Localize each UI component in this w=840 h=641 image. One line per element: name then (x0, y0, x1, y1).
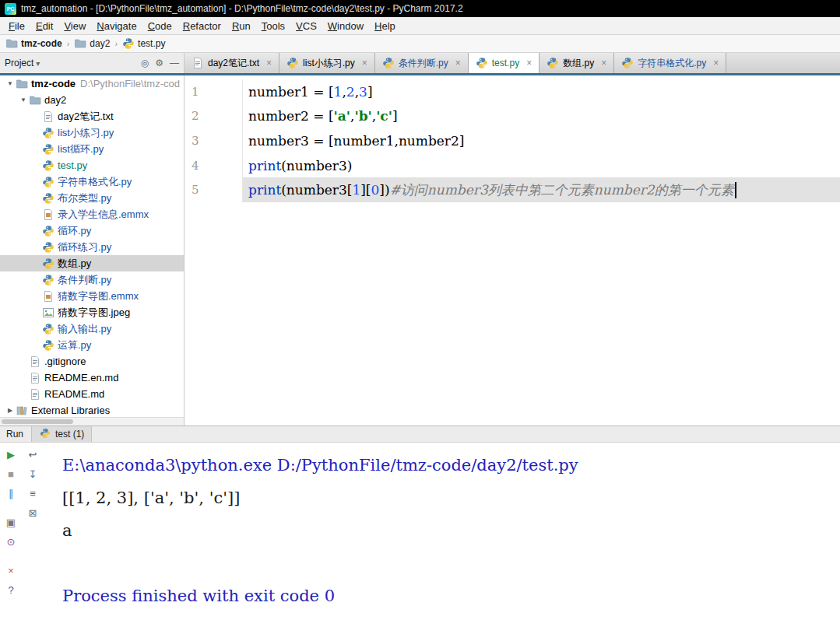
breadcrumb-separator: › (67, 39, 70, 48)
header-row: Project ▾ ◎⚙— day2笔记.txt×list小练习.py×条件判断… (0, 53, 840, 73)
horizontal-scrollbar[interactable] (0, 417, 184, 426)
tree-item[interactable]: README.en.md (0, 370, 184, 386)
tree-item[interactable]: day2笔记.txt (0, 108, 184, 124)
menu-file[interactable]: File (3, 19, 30, 33)
scroll-to-end-button[interactable]: ↧ (25, 467, 40, 481)
tree-item[interactable]: 布尔类型.py (0, 190, 184, 206)
breadcrumb-item[interactable]: tmz-code (5, 37, 62, 50)
print-button[interactable]: ≡ (25, 486, 40, 500)
editor-tab[interactable]: 字符串格式化.py× (614, 53, 726, 73)
tree-item[interactable]: list小练习.py (0, 124, 184, 141)
run-tab[interactable]: test (1) (31, 426, 92, 442)
clear-console-button[interactable]: ⊠ (25, 506, 40, 520)
console-line: E:\anaconda3\python.exe D:/PythonFile/tm… (62, 449, 840, 482)
tree-item[interactable]: 猜数字导图.emmx (0, 288, 184, 304)
menu-run[interactable]: Run (227, 19, 256, 33)
restore-layout-button[interactable]: ▣ (3, 515, 19, 529)
code-token: ] (367, 84, 373, 100)
tree-item[interactable]: 条件判断.py (0, 271, 184, 288)
tree-item-label: 循环.py (58, 224, 91, 238)
console-line: a (62, 514, 840, 547)
tree-item[interactable]: 录入学生信息.emmx (0, 206, 184, 222)
tree-item[interactable]: ▼day2 (0, 92, 184, 108)
editor-line[interactable]: 3number3 = [number1,number2] (185, 128, 840, 153)
run-panel-title: Run (6, 429, 23, 440)
tab-close-icon[interactable]: × (362, 58, 367, 68)
tree-item[interactable]: ▼tmz-codeD:\PythonFile\tmz-cod (0, 75, 184, 92)
breadcrumb-label: test.py (138, 38, 165, 49)
editor-line[interactable]: 5print(number3[1][0])#访问number3列表中第二个元素n… (185, 177, 840, 202)
editor-tab[interactable]: 条件判断.py× (375, 53, 469, 73)
editor-tab[interactable]: test.py× (469, 53, 539, 73)
python-file-icon (42, 257, 54, 270)
code-token: (number3) (281, 158, 352, 173)
tree-item[interactable]: 循环.py (0, 222, 184, 239)
project-tree: ▼tmz-codeD:\PythonFile\tmz-cod▼day2day2笔… (0, 75, 184, 417)
menu-code[interactable]: Code (142, 19, 177, 33)
menu-navigate[interactable]: Navigate (91, 19, 142, 33)
tab-close-icon[interactable]: × (526, 58, 532, 68)
tree-item[interactable]: 输入输出.py (0, 320, 184, 337)
editor-tab[interactable]: day2笔记.txt× (185, 53, 279, 73)
breadcrumb-item[interactable]: day2 (74, 37, 110, 50)
pin-tab-button[interactable]: ⊙ (3, 534, 19, 548)
code-token: 2 (346, 84, 355, 100)
tab-close-icon[interactable]: × (601, 58, 606, 68)
stop-button[interactable]: ■ (3, 467, 19, 481)
tree-item[interactable]: README.md (0, 386, 184, 402)
menu-vcs[interactable]: VCS (290, 19, 322, 33)
tree-item-label: day2笔记.txt (58, 110, 114, 124)
editor[interactable]: 1number1 = [1,2,3]2number2 = ['a','b','c… (185, 75, 840, 426)
menu-view[interactable]: View (58, 19, 91, 33)
tree-item[interactable]: list循环.py (0, 141, 184, 157)
tree-item[interactable]: test.py (0, 157, 184, 173)
menu-refactor[interactable]: Refactor (177, 19, 227, 33)
console-line: [[1, 2, 3], ['a', 'b', 'c']] (62, 482, 840, 514)
tab-close-icon[interactable]: × (713, 58, 719, 68)
menu-window[interactable]: Window (322, 19, 369, 33)
tree-item[interactable]: ▶External Libraries (0, 402, 184, 417)
editor-tab[interactable]: list小练习.py× (279, 53, 375, 73)
tree-item[interactable]: 数组.py (0, 255, 184, 271)
pause-output-button[interactable]: ∥ (3, 486, 19, 500)
close-button[interactable]: × (3, 563, 19, 577)
chevron-down-icon[interactable]: ▼ (5, 80, 16, 87)
hide-panel-button[interactable]: — (170, 58, 179, 68)
tab-label: 数组.py (563, 57, 594, 70)
console-output[interactable]: E:\anaconda3\python.exe D:/PythonFile/tm… (44, 443, 840, 641)
tree-item[interactable]: 字符串格式化.py (0, 173, 184, 190)
tab-close-icon[interactable]: × (455, 58, 461, 68)
help-button[interactable]: ? (3, 583, 19, 597)
tree-item[interactable]: 运算.py (0, 337, 184, 353)
python-file-icon (39, 427, 51, 440)
editor-line[interactable]: 4print(number3) (185, 153, 840, 178)
editor-line[interactable]: 2number2 = ['a','b','c'] (185, 104, 840, 129)
menu-help[interactable]: Help (369, 19, 401, 33)
settings-gear-button[interactable]: ⚙ (155, 58, 163, 68)
run-toolbar: ▶■∥▣⊙×? ↩↧≡⊠ (0, 443, 44, 641)
code-token: 'a' (334, 108, 350, 124)
scrollbar-thumb[interactable] (2, 419, 73, 424)
soft-wrap-button[interactable]: ↩ (25, 447, 40, 461)
rerun-button[interactable]: ▶ (3, 447, 19, 461)
file-icon (42, 290, 54, 303)
tree-item[interactable]: .gitignore (0, 353, 184, 370)
python-file-icon (42, 339, 54, 352)
tree-item-label: External Libraries (31, 405, 110, 416)
tree-item[interactable]: 猜数字导图.jpeg (0, 304, 184, 320)
menu-tools[interactable]: Tools (256, 19, 290, 33)
chevron-down-icon[interactable]: ▾ (36, 59, 40, 68)
menu-edit[interactable]: Edit (30, 19, 58, 33)
tree-item[interactable]: 循环练习.py (0, 239, 184, 255)
code-token: print (248, 158, 281, 173)
tab-close-icon[interactable]: × (266, 58, 272, 68)
locate-file-button[interactable]: ◎ (141, 58, 149, 68)
tree-item-label: 猜数字导图.emmx (58, 289, 139, 303)
project-panel: ▼tmz-codeD:\PythonFile\tmz-cod▼day2day2笔… (0, 75, 185, 426)
chevron-down-icon[interactable]: ▼ (18, 96, 29, 103)
editor-line[interactable]: 1number1 = [1,2,3] (185, 79, 840, 104)
text-file-icon (29, 356, 41, 368)
breadcrumb-item[interactable]: test.py (122, 37, 165, 50)
chevron-right-icon[interactable]: ▶ (5, 407, 16, 414)
editor-tab[interactable]: 数组.py× (539, 53, 614, 73)
